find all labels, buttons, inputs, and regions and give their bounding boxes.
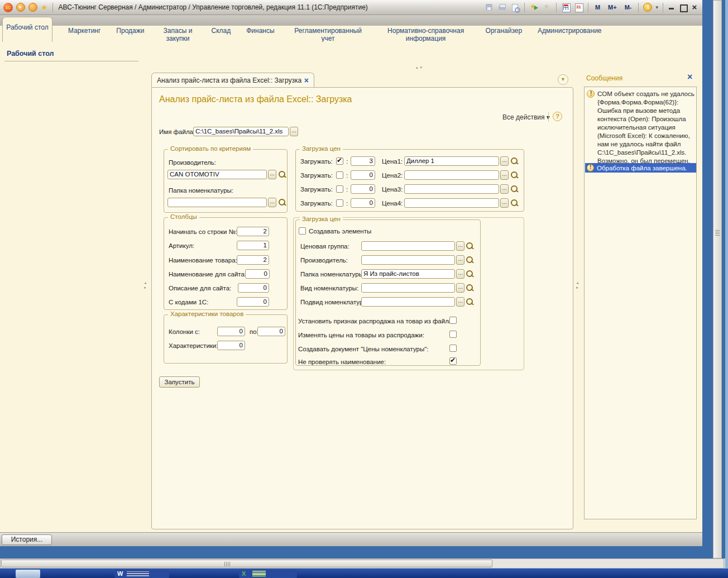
skip-name-check-checkbox[interactable] xyxy=(449,357,457,365)
load-checkbox[interactable] xyxy=(336,157,343,165)
load-checkbox[interactable] xyxy=(336,199,343,207)
sidebar-splitter[interactable]: ◂▸ xyxy=(142,281,148,290)
search-icon[interactable] xyxy=(465,283,474,293)
sale-flag-checkbox[interactable] xyxy=(449,317,457,324)
main-menu-button[interactable] xyxy=(16,3,25,12)
save-icon[interactable] xyxy=(485,3,494,12)
help-button[interactable]: ? xyxy=(553,112,562,121)
columns-from-input[interactable]: 0 xyxy=(217,327,245,336)
horizontal-scrollbar[interactable] xyxy=(0,558,724,569)
select-button[interactable]: ... xyxy=(500,156,509,166)
select-button[interactable]: ... xyxy=(456,241,464,251)
search-icon[interactable] xyxy=(465,297,474,307)
form-splitter[interactable]: ▴▾ xyxy=(416,65,424,70)
price-type-input[interactable]: Диллер 1 xyxy=(404,156,499,166)
add-favorite-icon[interactable] xyxy=(529,3,539,12)
minimize-button[interactable] xyxy=(668,3,676,11)
all-actions-button[interactable]: Все действия ▾ xyxy=(502,113,550,121)
select-button[interactable]: ... xyxy=(456,255,464,265)
create-elements-checkbox[interactable] xyxy=(299,227,306,235)
word-taskbar-icon[interactable] xyxy=(114,570,169,578)
service-round-button[interactable] xyxy=(28,3,37,12)
kind-input[interactable] xyxy=(361,283,455,293)
price-type-input[interactable] xyxy=(404,170,499,180)
column-number-input[interactable]: 0 xyxy=(351,198,375,208)
run-button[interactable]: Запустить xyxy=(159,376,200,388)
price-group-input[interactable] xyxy=(361,241,455,251)
column-number-input[interactable]: 0 xyxy=(351,170,375,180)
select-button[interactable]: ... xyxy=(456,297,464,307)
article-input[interactable]: 1 xyxy=(237,241,269,250)
characteristics-input[interactable]: 0 xyxy=(217,341,245,350)
search-icon[interactable] xyxy=(277,198,286,207)
tab-stock-purchases[interactable]: Запасы и закупки xyxy=(160,15,195,42)
tab-administration[interactable]: Администрирование xyxy=(538,15,601,35)
search-icon[interactable] xyxy=(465,241,474,251)
document-tab-close-icon[interactable]: × xyxy=(304,76,309,85)
search-icon[interactable] xyxy=(510,156,519,166)
codes-1c-input[interactable]: 0 xyxy=(237,297,269,307)
maximize-button[interactable] xyxy=(679,3,687,11)
column-number-input[interactable]: 3 xyxy=(351,156,375,166)
select-button[interactable]: ... xyxy=(500,198,509,208)
folder2-input[interactable]: Я Из прайс-листов xyxy=(361,269,455,279)
price-type-input[interactable] xyxy=(404,198,499,208)
search-icon[interactable] xyxy=(510,184,519,194)
memory-button[interactable]: M xyxy=(593,4,602,11)
file-name-input[interactable]: C:\1C_bases\Прайсы\11_2.xls xyxy=(193,127,289,136)
site-name-input[interactable]: 0 xyxy=(245,269,270,279)
tab-regulated-accounting[interactable]: Регламентированный учет xyxy=(290,15,366,42)
search-icon[interactable] xyxy=(277,170,286,179)
tab-marketing[interactable]: Маркетинг xyxy=(68,15,100,35)
tab-warehouse[interactable]: Склад xyxy=(211,15,231,35)
1c-app-icon[interactable]: 1С xyxy=(3,3,13,12)
taskbar-app-icon[interactable] xyxy=(16,570,40,578)
calendar-icon[interactable]: 31 xyxy=(574,3,583,12)
search-icon[interactable] xyxy=(510,198,519,208)
site-description-input[interactable]: 0 xyxy=(238,283,269,293)
messages-splitter[interactable]: ◂▸ xyxy=(574,281,580,290)
tab-desktop[interactable]: Рабочий стол xyxy=(2,17,52,42)
memory-minus-button[interactable]: M- xyxy=(622,4,634,11)
favorites-icon[interactable] xyxy=(542,3,552,12)
excel-taskbar-icon[interactable] xyxy=(239,570,297,578)
select-button[interactable]: ... xyxy=(500,170,509,180)
horizontal-scrollbar-thumb[interactable] xyxy=(1,560,492,567)
tab-sales[interactable]: Продажи xyxy=(116,15,144,35)
print-icon[interactable] xyxy=(497,3,507,12)
columns-to-input[interactable]: 0 xyxy=(257,327,285,336)
product-name-input[interactable]: 2 xyxy=(237,255,269,265)
tab-organizer[interactable]: Органайзер xyxy=(486,15,523,35)
tab-reference-info[interactable]: Нормативно-справочная информация xyxy=(382,15,470,42)
chevron-down-icon[interactable]: ▾ xyxy=(655,4,658,10)
tab-finance[interactable]: Финансы xyxy=(246,15,274,35)
message-item-selected[interactable]: Обработка файла завершена. xyxy=(585,163,696,173)
nomenclature-folder-input[interactable] xyxy=(167,198,267,207)
messages-close-icon[interactable]: × xyxy=(687,72,692,82)
price-type-input[interactable] xyxy=(404,184,499,194)
select-button[interactable]: ... xyxy=(456,269,464,279)
manufacturer2-input[interactable] xyxy=(361,255,455,265)
favorites-star-icon[interactable]: ★ xyxy=(41,3,48,12)
manufacturer-input[interactable]: CAN OTOMOTIV xyxy=(167,170,267,179)
search-icon[interactable] xyxy=(465,255,474,265)
load-checkbox[interactable] xyxy=(336,185,343,193)
change-prices-checkbox[interactable] xyxy=(449,331,457,338)
load-checkbox[interactable] xyxy=(336,171,343,179)
history-button[interactable]: История... xyxy=(2,534,52,545)
select-button[interactable]: ... xyxy=(268,170,276,179)
start-row-input[interactable]: 2 xyxy=(237,227,269,236)
select-button[interactable]: ... xyxy=(456,283,464,293)
calculator-icon[interactable] xyxy=(561,3,571,12)
document-tab[interactable]: Анализ прайс-листа из файла Excel:: Загр… xyxy=(151,73,314,87)
search-icon[interactable] xyxy=(465,269,474,279)
memory-plus-button[interactable]: M+ xyxy=(606,4,619,11)
subkind-input[interactable] xyxy=(361,297,455,307)
tab-list-dropdown-button[interactable]: ▼ xyxy=(558,74,568,85)
search-icon[interactable] xyxy=(510,170,519,180)
file-browse-button[interactable]: ... xyxy=(290,127,298,136)
create-doc-checkbox[interactable] xyxy=(449,345,457,352)
message-item[interactable]: COM объект создать не удалось {Форма.Фор… xyxy=(587,90,695,174)
vertical-scrollbar[interactable] xyxy=(713,0,722,558)
select-button[interactable]: ... xyxy=(268,198,276,207)
